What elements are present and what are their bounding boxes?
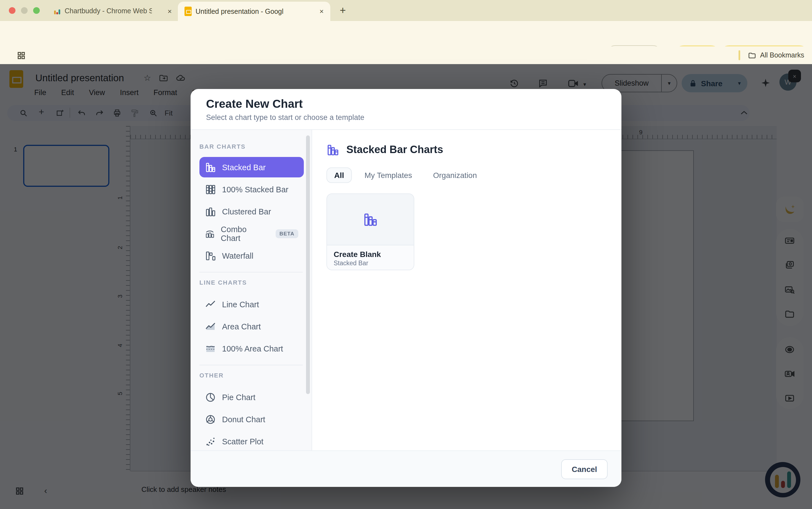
template-panel-title: Stacked Bar Charts	[346, 144, 443, 156]
clustered-bar-icon	[205, 206, 216, 217]
waterfall-icon	[205, 250, 216, 261]
sidebar-item-pie-chart[interactable]: Pie Chart	[199, 387, 304, 407]
tab-close-icon[interactable]: ×	[320, 7, 324, 15]
tab-title: Untitled presentation - Googl	[195, 7, 298, 15]
browser-toolbar: ← → ↻ docs.google.com/presentation/d/1b5…	[0, 21, 812, 46]
beta-badge: BETA	[275, 229, 298, 238]
percent-area-chart-icon	[205, 343, 216, 354]
all-bookmarks-button[interactable]: All Bookmarks	[760, 52, 804, 59]
line-chart-icon	[205, 299, 216, 310]
screen: Chartbuddy - Chrome Web St × Untitled pr…	[0, 0, 812, 509]
sidebar-item-label: Area Chart	[222, 322, 261, 331]
donut-chart-icon	[205, 414, 216, 425]
combo-chart-icon	[205, 228, 215, 239]
sidebar-item-100-stacked-bar[interactable]: 100% Stacked Bar	[199, 179, 304, 200]
bookmarks-bar: All Bookmarks	[0, 46, 812, 64]
maximize-window-button[interactable]	[33, 7, 40, 14]
minimize-window-button[interactable]	[21, 7, 28, 14]
tab-close-icon[interactable]: ×	[168, 7, 172, 15]
section-label-other: OTHER	[199, 372, 304, 379]
modal-body: BAR CHARTS Stacked Bar 100% S	[191, 130, 621, 450]
section-divider	[199, 272, 303, 272]
tab-my-templates[interactable]: My Templates	[365, 171, 412, 180]
sidebar-item-label: Clustered Bar	[222, 207, 271, 216]
sidebar-item-label: 100% Stacked Bar	[222, 185, 288, 194]
sidebar-item-label: Waterfall	[222, 251, 253, 260]
tab-title: Chartbuddy - Chrome Web St	[65, 7, 152, 15]
bookmarks-divider	[739, 50, 740, 60]
close-window-button[interactable]	[9, 7, 15, 14]
sidebar-item-scatter-plot[interactable]: Scatter Plot	[199, 431, 304, 450]
sidebar-item-area-chart[interactable]: Area Chart	[199, 316, 304, 337]
modal-header: Create New Chart Select a chart type to …	[191, 89, 621, 130]
sidebar-item-label: Scatter Plot	[222, 437, 263, 446]
section-label-line-charts: LINE CHARTS	[199, 279, 304, 286]
new-tab-button[interactable]: +	[340, 4, 346, 16]
tab-untitled-presentation[interactable]: Untitled presentation - Googl ×	[178, 2, 330, 21]
template-panel: Stacked Bar Charts All My Templates Orga…	[312, 130, 621, 450]
create-blank-card[interactable]: Create Blank Stacked Bar	[327, 194, 414, 270]
modal-title: Create New Chart	[206, 97, 606, 110]
create-chart-modal: Create New Chart Select a chart type to …	[191, 89, 621, 487]
stacked-bar-card-icon	[363, 212, 378, 227]
sidebar-item-clustered-bar[interactable]: Clustered Bar	[199, 201, 304, 222]
chart-type-sidebar: BAR CHARTS Stacked Bar 100% S	[191, 130, 312, 450]
modal-subtitle: Select a chart type to start or choose a…	[206, 113, 606, 122]
tab-strip: Chartbuddy - Chrome Web St × Untitled pr…	[0, 0, 812, 21]
template-panel-header: Stacked Bar Charts	[327, 142, 621, 158]
pie-chart-icon	[205, 392, 216, 403]
stacked-bar-icon	[205, 162, 216, 173]
tab-chartbuddy[interactable]: Chartbuddy - Chrome Web St ×	[53, 4, 172, 18]
chartbuddy-favicon	[53, 7, 61, 15]
sidebar-item-100-area-chart[interactable]: 100% Area Chart	[199, 338, 304, 359]
card-info: Create Blank Stacked Bar	[327, 245, 414, 270]
modal-footer: Cancel	[191, 450, 621, 487]
sidebar-item-label: Pie Chart	[222, 393, 256, 402]
sidebar-item-donut-chart[interactable]: Donut Chart	[199, 409, 304, 430]
stacked-bar-header-icon	[327, 143, 339, 156]
folder-icon	[748, 52, 756, 60]
sidebar-item-line-chart[interactable]: Line Chart	[199, 294, 304, 314]
tab-all[interactable]: All	[327, 167, 352, 183]
tab-organization[interactable]: Organization	[433, 171, 477, 180]
sidebar-scrollbar[interactable]	[306, 135, 310, 394]
template-tabs: All My Templates Organization	[327, 167, 621, 183]
card-title: Create Blank	[334, 250, 407, 259]
card-preview	[327, 194, 414, 245]
percent-stacked-bar-icon	[205, 184, 216, 195]
area-chart-icon	[205, 321, 216, 332]
sidebar-item-stacked-bar[interactable]: Stacked Bar	[199, 157, 304, 177]
sidebar-item-label: Combo Chart	[221, 225, 263, 242]
sidebar-item-label: 100% Area Chart	[222, 344, 283, 353]
scatter-plot-icon	[205, 436, 216, 447]
sidebar-item-label: Line Chart	[222, 300, 259, 309]
cancel-button[interactable]: Cancel	[561, 459, 607, 479]
sidebar-item-label: Stacked Bar	[222, 163, 266, 172]
apps-grid-icon[interactable]	[17, 52, 26, 60]
sidebar-item-label: Donut Chart	[222, 415, 265, 423]
section-divider	[199, 365, 303, 365]
sidebar-item-combo-chart[interactable]: Combo Chart BETA	[199, 223, 304, 244]
section-label-bar-charts: BAR CHARTS	[199, 143, 304, 150]
card-subtitle: Stacked Bar	[334, 260, 407, 266]
sidebar-item-waterfall[interactable]: Waterfall	[199, 245, 304, 266]
slides-favicon	[184, 7, 192, 16]
